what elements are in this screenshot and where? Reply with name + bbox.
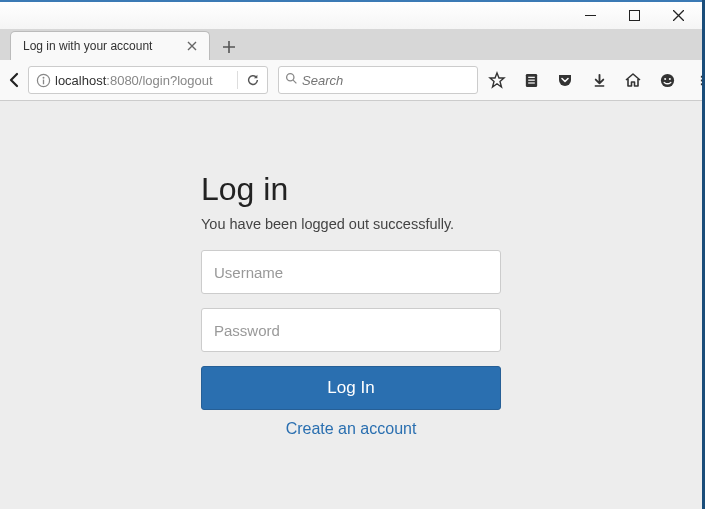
page-content: Log in You have been logged out successf…	[0, 101, 702, 509]
reload-icon[interactable]	[243, 73, 263, 87]
svg-rect-16	[700, 83, 705, 85]
separator	[237, 71, 238, 89]
url-host: localhost	[55, 73, 106, 88]
emoji-icon[interactable]	[652, 65, 682, 95]
close-window-button[interactable]	[656, 2, 700, 29]
logout-message: You have been logged out successfully.	[201, 216, 501, 232]
svg-rect-4	[42, 79, 43, 84]
svg-point-13	[668, 78, 670, 80]
svg-point-3	[42, 76, 44, 78]
search-icon	[285, 71, 298, 89]
search-box[interactable]	[278, 66, 478, 94]
back-button[interactable]	[6, 65, 24, 95]
svg-rect-0	[585, 15, 596, 16]
svg-point-11	[660, 73, 673, 86]
svg-rect-15	[700, 79, 705, 81]
url-port: :8080	[106, 73, 139, 88]
minimize-button[interactable]	[568, 2, 612, 29]
login-form: Log in You have been logged out successf…	[201, 171, 501, 509]
svg-point-5	[287, 74, 294, 81]
bookmark-star-icon[interactable]	[482, 65, 512, 95]
close-tab-icon[interactable]	[183, 37, 201, 55]
url-path: /login?logout	[139, 73, 213, 88]
address-bar[interactable]: localhost:8080/login?logout	[28, 66, 268, 94]
new-tab-button[interactable]	[216, 34, 242, 60]
svg-point-12	[664, 78, 666, 80]
svg-rect-9	[528, 82, 535, 83]
svg-rect-14	[700, 75, 705, 77]
browser-toolbar: localhost:8080/login?logout	[0, 60, 702, 101]
menu-icon[interactable]	[692, 65, 705, 95]
password-field[interactable]	[201, 308, 501, 352]
create-account-link[interactable]: Create an account	[201, 420, 501, 438]
reading-list-icon[interactable]	[516, 65, 546, 95]
tab-strip: Log in with your account	[0, 29, 702, 60]
url-text: localhost:8080/login?logout	[53, 73, 232, 88]
window-titlebar	[0, 0, 702, 29]
browser-tab[interactable]: Log in with your account	[10, 31, 210, 60]
pocket-icon[interactable]	[550, 65, 580, 95]
svg-rect-1	[629, 11, 639, 21]
site-info-icon[interactable]	[33, 73, 53, 88]
downloads-icon[interactable]	[584, 65, 614, 95]
toolbar-actions	[482, 65, 705, 95]
tab-title: Log in with your account	[23, 39, 183, 53]
login-button[interactable]: Log In	[201, 366, 501, 410]
svg-rect-10	[594, 85, 603, 87]
login-heading: Log in	[201, 171, 501, 208]
svg-rect-8	[528, 79, 535, 80]
username-field[interactable]	[201, 250, 501, 294]
maximize-button[interactable]	[612, 2, 656, 29]
svg-rect-7	[528, 76, 535, 77]
search-input[interactable]	[302, 73, 471, 88]
home-icon[interactable]	[618, 65, 648, 95]
